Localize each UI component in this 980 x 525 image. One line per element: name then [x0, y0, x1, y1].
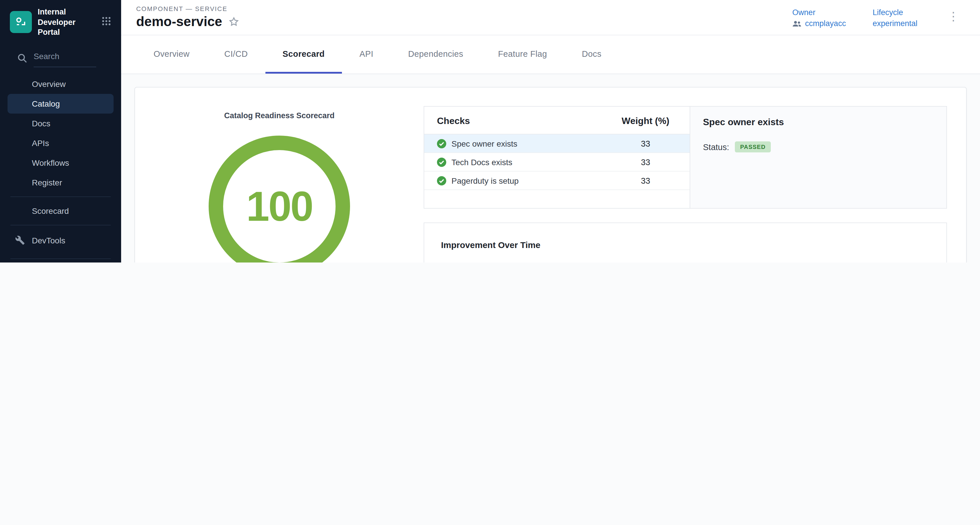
tab-docs[interactable]: Docs: [565, 35, 619, 73]
header-meta: Owner ccmpl: [792, 5, 963, 28]
search-input[interactable]: Search: [33, 49, 96, 67]
tab-overview[interactable]: Overview: [136, 35, 207, 73]
check-weight: 33: [641, 139, 690, 148]
favorite-star-icon[interactable]: [229, 16, 240, 27]
check-weight: 33: [641, 158, 690, 167]
check-passed-icon: [437, 158, 446, 167]
sidebar-item-register[interactable]: Register: [0, 172, 121, 192]
details-column: Checks Weight (%) Spec owner exists 33: [424, 88, 966, 262]
check-row-tech-docs[interactable]: Tech Docs exists 33: [424, 153, 690, 172]
scorecard-title: Catalog Readiness Scorecard: [224, 111, 334, 120]
sidebar-divider: [10, 196, 111, 197]
check-passed-icon: [437, 139, 446, 148]
checks-header-label: Checks: [437, 116, 622, 126]
sidebar-divider: [10, 258, 111, 259]
check-passed-icon: [437, 176, 446, 185]
status-label: Status:: [703, 142, 729, 151]
improvement-chart: Improvement Over Time 100 75 50 25 0 07:…: [424, 223, 947, 262]
lifecycle-block: Lifecycle experimental: [872, 8, 917, 28]
portal-logo: [10, 11, 32, 33]
scorecard-card: Catalog Readiness Scorecard 100 0-49 50-…: [134, 87, 967, 262]
status-badge: PASSED: [735, 142, 771, 153]
tab-dependencies[interactable]: Dependencies: [391, 35, 480, 73]
lifecycle-value: experimental: [872, 19, 917, 28]
devtools-label: DevTools: [32, 235, 65, 245]
people-icon: [792, 20, 802, 27]
tab-feature-flag[interactable]: Feature Flag: [481, 35, 565, 73]
apps-grid-icon[interactable]: [100, 14, 113, 30]
sidebar-item-devtools[interactable]: DevTools: [0, 229, 121, 251]
main: COMPONENT — SERVICE demo-service Owner: [121, 0, 980, 262]
y-tick: 100: [424, 261, 453, 262]
app-root: Internal Developer Portal Search: [0, 0, 980, 262]
page-title: demo-service: [136, 14, 222, 30]
checks-panel: Checks Weight (%) Spec owner exists 33: [424, 106, 947, 208]
sidebar-divider: [10, 224, 111, 225]
sidebar-item-overview[interactable]: Overview: [0, 74, 121, 94]
header-left: COMPONENT — SERVICE demo-service: [136, 5, 240, 30]
check-label: Pagerduty is setup: [452, 176, 519, 185]
more-options-icon[interactable]: ⋮: [944, 9, 963, 23]
lifecycle-label[interactable]: Lifecycle: [872, 8, 917, 17]
tab-scorecard[interactable]: Scorecard: [265, 35, 342, 73]
check-detail-panel: Spec owner exists Status: PASSED: [690, 107, 947, 208]
content-area: Catalog Readiness Scorecard 100 0-49 50-…: [121, 74, 980, 262]
owner-label[interactable]: Owner: [792, 8, 846, 17]
tab-cicd[interactable]: CI/CD: [207, 35, 265, 73]
check-row-pagerduty[interactable]: Pagerduty is setup 33: [424, 172, 690, 190]
sidebar-item-docs[interactable]: Docs: [0, 113, 121, 133]
check-label: Tech Docs exists: [452, 158, 512, 167]
tab-api[interactable]: API: [342, 35, 391, 73]
owner-value: ccmplayacc: [805, 19, 846, 28]
wrench-icon: [15, 235, 25, 245]
app-title: Internal Developer Portal: [38, 7, 94, 37]
sidebar-nav: Overview Catalog Docs APIs Workflows Reg…: [0, 74, 121, 221]
sidebar: Internal Developer Portal Search: [0, 0, 121, 262]
sidebar-header: Internal Developer Portal: [0, 0, 121, 43]
check-detail-title: Spec owner exists: [703, 117, 934, 127]
sidebar-search[interactable]: Search: [18, 49, 121, 67]
check-label: Spec owner exists: [452, 139, 517, 148]
sidebar-item-scorecard[interactable]: Scorecard: [0, 201, 121, 221]
gauge-column: Catalog Readiness Scorecard 100 0-49 50-…: [135, 88, 424, 262]
page-header: COMPONENT — SERVICE demo-service Owner: [121, 0, 980, 35]
checks-table: Checks Weight (%) Spec owner exists 33: [424, 107, 690, 208]
owner-link[interactable]: ccmplayacc: [792, 19, 846, 28]
checks-table-header: Checks Weight (%): [424, 107, 690, 134]
chart-title: Improvement Over Time: [441, 240, 541, 250]
score-gauge: 100: [208, 135, 350, 262]
sidebar-item-apis[interactable]: APIs: [0, 133, 121, 153]
owner-block: Owner ccmpl: [792, 8, 846, 28]
score-value: 100: [246, 183, 312, 230]
entity-tabs: Overview CI/CD Scorecard API Dependencie…: [121, 35, 980, 74]
breadcrumb: COMPONENT — SERVICE: [136, 5, 240, 12]
sidebar-item-catalog[interactable]: Catalog: [8, 94, 114, 113]
weight-header-label: Weight (%): [622, 116, 669, 126]
search-icon: [18, 53, 27, 63]
portal-logo-icon: [14, 15, 28, 29]
sidebar-item-workflows[interactable]: Workflows: [0, 153, 121, 172]
check-row-spec-owner[interactable]: Spec owner exists 33: [424, 134, 690, 153]
check-weight: 33: [641, 176, 690, 185]
